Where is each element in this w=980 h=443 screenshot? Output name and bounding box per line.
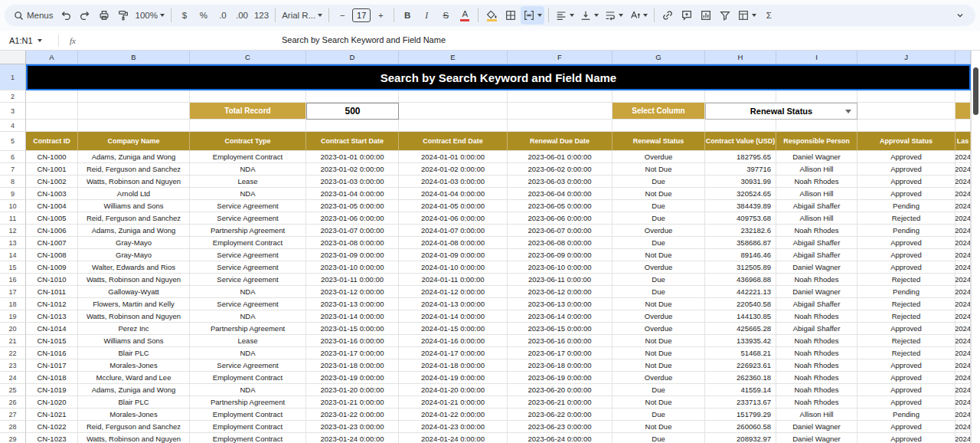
column-header-I[interactable]: I [776,51,858,64]
cell[interactable]: Mcclure, Ward and Lee [78,372,190,384]
cell[interactable]: 358686.87 [705,237,776,249]
cell[interactable]: 2023-06-10 0:00:00 [508,261,612,274]
cell[interactable]: Lease [190,176,306,188]
cell[interactable]: Allison Hill [776,163,858,176]
cell[interactable]: 2023-06-04 0:00:00 [508,188,612,200]
cell[interactable]: CN-1007 [26,237,78,249]
cell[interactable]: 2023-01-04 0:00:00 [306,188,399,200]
row-header-26[interactable]: 26 [0,396,26,409]
cell[interactable]: 2024 [956,237,971,249]
cell[interactable]: 208932.97 [705,433,776,443]
text-color-button[interactable]: A [456,6,474,25]
cell[interactable]: 2023-01-01 0:00:00 [306,151,399,163]
hide-menus-button[interactable] [951,6,969,25]
cell[interactable]: Daniel Wagner [776,421,858,433]
row-header-16[interactable]: 16 [0,274,26,286]
cell[interactable]: NDA [190,163,306,176]
cell[interactable]: Watts, Robinson and Nguyen [78,176,190,188]
cell[interactable]: 397716 [705,163,776,176]
cell[interactable]: Morales-Jones [78,359,190,372]
cell[interactable]: NDA [190,310,306,323]
cell[interactable]: Employment Contract [190,237,306,249]
cell[interactable]: 384439.89 [705,200,776,212]
cell[interactable]: 2024 [956,409,971,421]
cell[interactable]: 2023-01-19 0:00:00 [306,372,399,384]
cell[interactable]: Reid, Ferguson and Sanchez [78,421,190,433]
cell[interactable]: 2024-01-09 0:00:00 [399,249,508,261]
cell[interactable]: 425665.28 [705,323,776,335]
cell[interactable]: 2023-06-22 0:00:00 [508,409,612,421]
cell[interactable]: 2024-01-21 0:00:00 [399,396,508,409]
cell[interactable]: 2024-01-14 0:00:00 [399,310,508,323]
cell[interactable]: Employment Contract [190,372,306,384]
cell[interactable]: 2023-06-08 0:00:00 [508,237,612,249]
cell[interactable]: Abigail Shaffer [776,249,858,261]
row-header-21[interactable]: 21 [0,335,26,347]
cell[interactable]: NDA [190,384,306,396]
cell[interactable]: CN-1003 [26,188,78,200]
cell[interactable]: Not Due [612,421,705,433]
cell[interactable]: 2024-01-19 0:00:00 [399,372,508,384]
column-header-J[interactable]: J [858,51,956,64]
cell[interactable]: Not Due [612,396,705,409]
row-header-6[interactable]: 6 [0,151,26,163]
cell[interactable]: 2024-01-17 0:00:00 [399,347,508,359]
cell[interactable]: 89146.46 [705,249,776,261]
cell[interactable]: Abigail Shaffer [776,200,858,212]
cell[interactable]: Not Due [612,359,705,372]
font-family-select[interactable]: Arial R... [279,6,325,25]
zoom-select[interactable]: 100% [133,6,167,25]
cell[interactable]: CN-1008 [26,249,78,261]
cell[interactable]: CN-1019 [26,384,78,396]
cell[interactable]: Approved [858,151,956,163]
cell[interactable]: CN-1009 [26,261,78,274]
cell[interactable]: 2024 [956,188,971,200]
cell[interactable]: Adams, Zuniga and Wong [78,151,190,163]
cell[interactable]: Noah Rhodes [776,274,858,286]
cell[interactable]: 220540.58 [705,298,776,310]
cell[interactable]: 2024 [956,347,971,359]
cell[interactable]: 2023-06-18 0:00:00 [508,359,612,372]
increase-decimal-button[interactable]: .00 [233,6,251,25]
cell[interactable]: 2024-01-24 0:00:00 [399,433,508,443]
italic-button[interactable]: I [417,6,436,25]
strikethrough-button[interactable]: S [436,6,455,25]
cell[interactable]: 2023-06-19 0:00:00 [508,372,612,384]
cell[interactable]: Noah Rhodes [776,310,858,323]
cell[interactable] [190,90,306,103]
cell[interactable] [26,103,78,120]
cell[interactable]: 2023-01-11 0:00:00 [306,274,399,286]
cell[interactable]: Overdue [612,310,705,323]
cell[interactable]: Galloway-Wyatt [78,286,190,298]
cell[interactable]: 2024-01-02 0:00:00 [399,163,508,176]
decrease-font-size-button[interactable]: − [333,6,351,25]
row-header-5[interactable]: 5 [0,132,26,151]
cell[interactable]: 2023-06-05 0:00:00 [508,200,612,212]
menus-search-button[interactable]: Menus [11,6,56,25]
insert-link-button[interactable] [658,6,677,25]
cell[interactable]: Watts, Robinson and Nguyen [78,274,190,286]
cell[interactable]: 2024 [956,274,971,286]
cell[interactable]: 2023-01-03 0:00:00 [306,176,399,188]
cell[interactable] [858,90,956,103]
cell[interactable]: Due [612,274,705,286]
cell[interactable]: 2024-01-12 0:00:00 [399,286,508,298]
cell[interactable]: Approved [858,396,956,409]
cell[interactable] [858,103,956,120]
cell[interactable]: Due [612,200,705,212]
cell[interactable]: Abigail Shaffer [776,323,858,335]
undo-button[interactable] [57,6,75,25]
cell[interactable]: Service Agreement [190,274,306,286]
table-header-cell[interactable]: Contract Value (USD) [705,132,776,151]
cell[interactable]: Employment Contract [190,151,306,163]
row-header-9[interactable]: 9 [0,188,26,200]
cell[interactable]: 2024 [956,310,971,323]
cell[interactable]: 2024-01-10 0:00:00 [399,261,508,274]
cell[interactable]: 233713.67 [705,396,776,409]
table-header-cell[interactable]: Company Name [78,132,190,151]
cell[interactable]: 2024 [956,298,971,310]
cell[interactable]: 2023-06-11 0:00:00 [508,274,612,286]
cell[interactable]: 51468.21 [705,347,776,359]
cell[interactable]: 2024 [956,176,971,188]
redo-button[interactable] [76,6,94,25]
